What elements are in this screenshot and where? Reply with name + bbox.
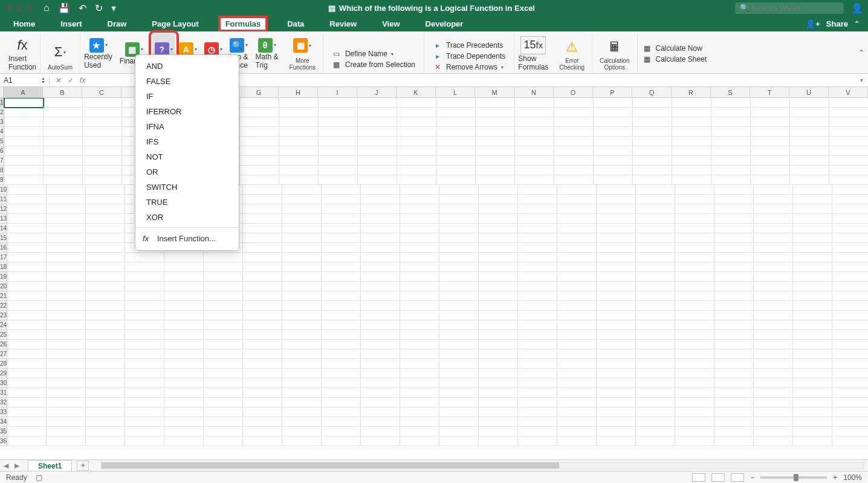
cell[interactable] bbox=[594, 98, 633, 108]
cell[interactable] bbox=[479, 282, 518, 291]
cell[interactable] bbox=[86, 204, 125, 214]
cell[interactable] bbox=[358, 98, 397, 108]
cell[interactable] bbox=[597, 427, 636, 436]
cell[interactable] bbox=[754, 378, 793, 388]
cell[interactable] bbox=[793, 301, 832, 311]
cell[interactable] bbox=[518, 195, 557, 204]
cell[interactable] bbox=[243, 349, 282, 359]
cell[interactable] bbox=[125, 311, 164, 320]
cell[interactable] bbox=[164, 398, 204, 407]
cell[interactable] bbox=[675, 272, 714, 282]
cell[interactable] bbox=[557, 398, 597, 407]
cell[interactable] bbox=[515, 137, 554, 146]
cell[interactable] bbox=[400, 301, 439, 311]
cell[interactable] bbox=[243, 330, 282, 340]
cell[interactable] bbox=[4, 108, 44, 117]
cell[interactable] bbox=[164, 417, 204, 427]
row-header-21[interactable]: 21 bbox=[0, 291, 7, 301]
undo-icon[interactable]: ↶ bbox=[79, 2, 86, 14]
cell[interactable] bbox=[400, 378, 439, 388]
cell[interactable] bbox=[518, 378, 557, 388]
cell[interactable] bbox=[832, 369, 868, 378]
cell[interactable] bbox=[594, 175, 633, 185]
cell[interactable] bbox=[47, 253, 86, 262]
cell[interactable] bbox=[361, 282, 400, 291]
cell[interactable] bbox=[832, 378, 868, 388]
cell[interactable] bbox=[47, 233, 86, 243]
cell[interactable] bbox=[361, 224, 400, 233]
cell[interactable] bbox=[243, 378, 282, 388]
cell[interactable] bbox=[675, 253, 714, 262]
cell[interactable] bbox=[279, 98, 319, 108]
row-header-35[interactable]: 35 bbox=[0, 427, 7, 436]
cell[interactable] bbox=[322, 369, 361, 378]
cell[interactable] bbox=[125, 427, 164, 436]
cell[interactable] bbox=[361, 262, 400, 272]
cell[interactable] bbox=[832, 301, 868, 311]
cell[interactable] bbox=[793, 291, 832, 301]
cell[interactable] bbox=[518, 359, 557, 369]
cell[interactable] bbox=[714, 282, 754, 291]
cell[interactable] bbox=[436, 108, 476, 117]
cell[interactable] bbox=[754, 301, 793, 311]
menu-item-true[interactable]: TRUE bbox=[135, 195, 239, 210]
cell[interactable] bbox=[832, 224, 868, 233]
cell[interactable] bbox=[754, 185, 793, 195]
cell[interactable] bbox=[243, 340, 282, 349]
column-header-s[interactable]: S bbox=[711, 87, 750, 97]
cell[interactable] bbox=[400, 224, 439, 233]
cell[interactable] bbox=[597, 185, 636, 195]
row-header-36[interactable]: 36 bbox=[0, 436, 7, 446]
cell[interactable] bbox=[754, 243, 793, 253]
cell[interactable] bbox=[594, 127, 633, 137]
cell[interactable] bbox=[4, 175, 44, 185]
cell[interactable] bbox=[636, 378, 675, 388]
cell[interactable] bbox=[754, 359, 793, 369]
cell[interactable] bbox=[476, 137, 515, 146]
cell[interactable] bbox=[597, 214, 636, 224]
cell[interactable] bbox=[125, 378, 164, 388]
cell[interactable] bbox=[47, 195, 86, 204]
cell[interactable] bbox=[672, 137, 711, 146]
cell[interactable] bbox=[476, 98, 515, 108]
cell[interactable] bbox=[439, 233, 479, 243]
row-header-32[interactable]: 32 bbox=[0, 398, 7, 407]
column-header-t[interactable]: T bbox=[750, 87, 789, 97]
cell[interactable] bbox=[47, 204, 86, 214]
cell[interactable] bbox=[243, 388, 282, 398]
cell[interactable] bbox=[243, 301, 282, 311]
cell[interactable] bbox=[714, 398, 754, 407]
cell[interactable] bbox=[204, 340, 243, 349]
cell[interactable] bbox=[361, 311, 400, 320]
cell[interactable] bbox=[279, 166, 319, 175]
cell[interactable] bbox=[204, 253, 243, 262]
row-header-25[interactable]: 25 bbox=[0, 330, 7, 340]
cell[interactable] bbox=[83, 156, 122, 166]
enter-edit-icon[interactable]: ✓ bbox=[68, 76, 74, 85]
cell[interactable] bbox=[790, 166, 829, 175]
cell[interactable] bbox=[515, 108, 554, 117]
cell[interactable] bbox=[397, 137, 436, 146]
cell[interactable] bbox=[714, 214, 754, 224]
cell[interactable] bbox=[636, 427, 675, 436]
cell[interactable] bbox=[7, 291, 47, 301]
tab-insert[interactable]: Insert bbox=[56, 17, 86, 31]
cell[interactable] bbox=[44, 117, 83, 127]
row-header-26[interactable]: 26 bbox=[0, 340, 7, 349]
tab-developer[interactable]: Developer bbox=[421, 17, 468, 31]
cell[interactable] bbox=[793, 282, 832, 291]
cell[interactable] bbox=[554, 98, 594, 108]
cell[interactable] bbox=[751, 98, 790, 108]
cell[interactable] bbox=[47, 272, 86, 282]
cell[interactable] bbox=[361, 369, 400, 378]
menu-item-xor[interactable]: XOR bbox=[135, 210, 239, 225]
cell[interactable] bbox=[47, 185, 86, 195]
qat-dropdown-icon[interactable]: ▾ bbox=[111, 2, 116, 14]
cell[interactable] bbox=[86, 301, 125, 311]
cell[interactable] bbox=[44, 175, 83, 185]
row-header-24[interactable]: 24 bbox=[0, 320, 7, 330]
cell[interactable] bbox=[282, 311, 322, 320]
cell[interactable] bbox=[282, 214, 322, 224]
formula-bar-expand-icon[interactable]: ▾ bbox=[855, 77, 868, 83]
cell[interactable] bbox=[636, 359, 675, 369]
